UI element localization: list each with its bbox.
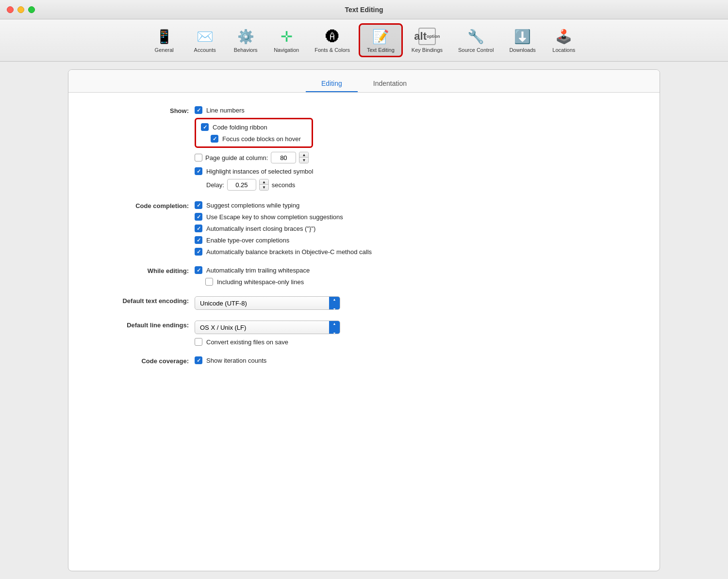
code-completion-label: Code completion: xyxy=(98,201,195,209)
code-folding-checkbox[interactable] xyxy=(201,123,209,131)
highlight-label: Highlight instances of selected symbol xyxy=(206,168,313,175)
toolbar-label-text-editing: Text Editing xyxy=(367,47,395,53)
line-numbers-row: Line numbers xyxy=(195,106,313,114)
code-folding-label: Code folding ribbon xyxy=(213,124,267,131)
include-whitespace-row: Including whitespace-only lines xyxy=(195,278,310,286)
delay-input[interactable] xyxy=(227,179,256,191)
line-endings-dropdown[interactable]: OS X / Unix (LF) xyxy=(195,321,340,334)
toolbar-label-general: General xyxy=(155,47,174,53)
code-folding-row: Code folding ribbon xyxy=(201,123,307,131)
toolbar-item-source-control[interactable]: 🔧 Source Control xyxy=(451,25,500,56)
downloads-icon: ⬇️ xyxy=(514,28,531,45)
toolbar: 📱 General ✉️ Accounts ⚙️ Behaviors ✛ Nav… xyxy=(0,19,728,62)
toolbar-item-behaviors[interactable]: ⚙️ Behaviors xyxy=(226,25,265,56)
page-guide-label: Page guide at column: xyxy=(205,154,268,161)
toolbar-item-navigation[interactable]: ✛ Navigation xyxy=(267,25,306,56)
toolbar-label-source-control: Source Control xyxy=(458,47,494,53)
auto-insert-braces-row: Automatically insert closing braces ("}"… xyxy=(195,225,372,232)
delay-stepper-up[interactable]: ▲ xyxy=(260,179,268,185)
toolbar-label-accounts: Accounts xyxy=(194,47,216,53)
toolbar-label-locations: Locations xyxy=(552,47,575,53)
seconds-label: seconds xyxy=(272,181,295,189)
page-guide-row: Page guide at column: ▲ ▼ xyxy=(195,152,313,163)
show-section: Show: Line numbers Code folding ribbon F… xyxy=(98,106,630,191)
accounts-icon: ✉️ xyxy=(196,28,214,45)
trim-whitespace-row: Automatically trim trailing whitespace xyxy=(195,266,310,274)
delay-row: Delay: ▲ ▼ seconds xyxy=(195,179,313,191)
encoding-dropdown[interactable]: Unicode (UTF-8) xyxy=(195,296,340,310)
show-label: Show: xyxy=(98,106,195,114)
code-coverage-label: Code coverage: xyxy=(98,356,195,365)
encoding-value: Unicode (UTF-8) xyxy=(195,300,329,307)
toolbar-item-locations[interactable]: 🕹️ Locations xyxy=(545,25,583,56)
toolbar-item-general[interactable]: 📱 General xyxy=(145,25,183,56)
titlebar: Text Editing xyxy=(0,0,728,19)
encoding-section: Default text encoding: Unicode (UTF-8) xyxy=(98,296,630,310)
minimize-button[interactable] xyxy=(17,6,24,13)
line-endings-arrow-up-icon xyxy=(333,321,336,327)
highlight-checkbox[interactable] xyxy=(195,167,202,175)
auto-insert-braces-label: Automatically insert closing braces ("}"… xyxy=(206,225,315,232)
include-whitespace-checkbox[interactable] xyxy=(205,278,213,286)
encoding-arrow[interactable] xyxy=(329,296,340,310)
suggest-completions-label: Suggest completions while typing xyxy=(206,202,299,209)
encoding-arrow-up-icon xyxy=(333,296,336,303)
suggest-completions-row: Suggest completions while typing xyxy=(195,201,372,209)
toolbar-item-downloads[interactable]: ⬇️ Downloads xyxy=(502,25,542,56)
locations-icon: 🕹️ xyxy=(555,28,573,45)
tab-editing[interactable]: Editing xyxy=(306,76,358,92)
delay-stepper-down[interactable]: ▼ xyxy=(260,185,268,190)
encoding-label: Default text encoding: xyxy=(98,296,195,305)
page-guide-stepper[interactable]: ▲ ▼ xyxy=(299,152,309,163)
fonts-colors-icon: 🅐 xyxy=(324,28,341,45)
enable-typeover-checkbox[interactable] xyxy=(195,236,202,244)
navigation-icon: ✛ xyxy=(278,28,295,45)
line-endings-section: Default line endings: OS X / Unix (LF) C… xyxy=(98,321,630,346)
encoding-arrow-down-icon xyxy=(333,304,336,310)
auto-insert-braces-checkbox[interactable] xyxy=(195,225,202,232)
line-endings-label: Default line endings: xyxy=(98,321,195,329)
escape-key-checkbox[interactable] xyxy=(195,213,202,221)
line-endings-arrow[interactable] xyxy=(329,321,340,334)
general-icon: 📱 xyxy=(155,28,173,45)
focus-code-label: Focus code blocks on hover xyxy=(222,135,301,143)
escape-key-row: Use Escape key to show completion sugges… xyxy=(195,213,372,221)
page-guide-input[interactable] xyxy=(271,152,296,163)
code-completion-section: Code completion: Suggest completions whi… xyxy=(98,201,630,256)
tab-indentation[interactable]: Indentation xyxy=(358,76,422,92)
line-endings-arrow-down-icon xyxy=(333,328,336,334)
trim-whitespace-label: Automatically trim trailing whitespace xyxy=(206,267,310,274)
focus-code-checkbox[interactable] xyxy=(211,135,218,143)
suggest-completions-checkbox[interactable] xyxy=(195,201,202,209)
page-guide-checkbox[interactable] xyxy=(195,154,202,161)
line-numbers-checkbox[interactable] xyxy=(195,106,202,114)
show-iteration-label: Show iteration counts xyxy=(206,357,266,364)
trim-whitespace-checkbox[interactable] xyxy=(195,266,202,274)
maximize-button[interactable] xyxy=(28,6,35,13)
convert-existing-checkbox[interactable] xyxy=(195,338,202,346)
include-whitespace-label: Including whitespace-only lines xyxy=(217,278,304,286)
convert-existing-row: Convert existing files on save xyxy=(195,338,340,346)
toolbar-item-fonts-colors[interactable]: 🅐 Fonts & Colors xyxy=(308,25,357,56)
page-guide-stepper-down[interactable]: ▼ xyxy=(299,158,308,163)
code-completion-controls: Suggest completions while typing Use Esc… xyxy=(195,201,372,256)
toolbar-label-navigation: Navigation xyxy=(274,47,299,53)
toolbar-label-key-bindings: Key Bindings xyxy=(412,47,443,53)
show-iteration-checkbox[interactable] xyxy=(195,356,202,364)
code-folding-highlight-box: Code folding ribbon Focus code blocks on… xyxy=(195,118,313,148)
delay-stepper[interactable]: ▲ ▼ xyxy=(259,179,269,191)
toolbar-item-key-bindings[interactable]: altoption Key Bindings xyxy=(405,25,449,56)
behaviors-icon: ⚙️ xyxy=(237,28,254,45)
encoding-controls: Unicode (UTF-8) xyxy=(195,296,340,310)
toolbar-item-text-editing[interactable]: 📝 Text Editing xyxy=(359,23,403,57)
line-endings-value: OS X / Unix (LF) xyxy=(195,324,329,331)
highlight-row: Highlight instances of selected symbol xyxy=(195,167,313,175)
toolbar-label-fonts-colors: Fonts & Colors xyxy=(314,47,350,53)
page-guide-stepper-up[interactable]: ▲ xyxy=(299,152,308,158)
close-button[interactable] xyxy=(7,6,14,13)
auto-balance-checkbox[interactable] xyxy=(195,248,202,256)
while-editing-label: While editing: xyxy=(98,266,195,274)
delay-label: Delay: xyxy=(206,181,224,189)
toolbar-item-accounts[interactable]: ✉️ Accounts xyxy=(185,25,224,56)
while-editing-controls: Automatically trim trailing whitespace I… xyxy=(195,266,310,286)
